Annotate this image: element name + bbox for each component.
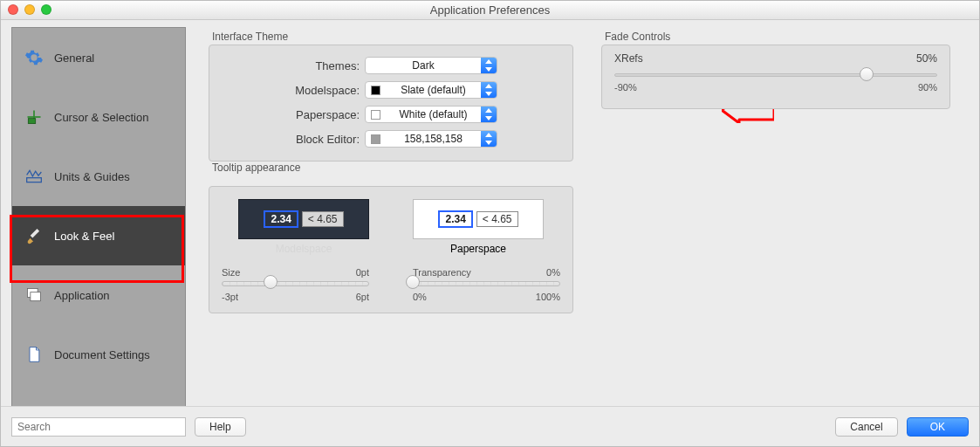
cursor-icon [24, 107, 44, 127]
block-editor-popup[interactable]: 158,158,158 [365, 130, 497, 148]
tooltip-sample-secondary: < 4.65 [302, 211, 344, 227]
sidebar-item-label: Look & Feel [54, 230, 114, 243]
transparency-max: 100% [536, 292, 560, 302]
stepper-icon [481, 58, 497, 73]
tooltip-sample-primary: 2.34 [264, 210, 298, 228]
minimize-window-button[interactable] [24, 4, 35, 15]
sidebar-item-general[interactable]: General [12, 28, 185, 87]
stepper-icon [481, 107, 497, 122]
tooltip-sample-secondary: < 4.65 [476, 211, 518, 227]
sidebar-item-label: General [54, 52, 94, 65]
transparency-value: 0% [546, 267, 560, 278]
traffic-lights [8, 4, 51, 15]
themes-label: Themes: [220, 59, 360, 72]
cancel-button[interactable]: Cancel [835, 417, 897, 437]
modelspace-popup[interactable]: Slate (default) [365, 81, 497, 99]
zoom-window-button[interactable] [41, 4, 51, 15]
tooltip-preview-modelspace[interactable]: 2.34 < 4.65 Modelspace [238, 199, 369, 255]
slider-thumb[interactable] [860, 67, 874, 81]
stepper-icon [481, 82, 497, 98]
fade-controls-label: Fade Controls [605, 31, 950, 43]
ruler-icon [24, 167, 44, 186]
windows-icon [24, 285, 44, 305]
search-input[interactable] [11, 417, 186, 437]
interface-theme-panel: Themes: Dark Modelspace: Slate (default) [209, 45, 573, 162]
block-editor-label: Block Editor: [220, 133, 360, 146]
help-button[interactable]: Help [195, 417, 246, 437]
paintbrush-icon [24, 226, 44, 245]
xrefs-min: -90% [614, 82, 637, 93]
xrefs-slider[interactable] [614, 73, 937, 77]
gear-icon [24, 48, 44, 67]
paperspace-popup[interactable]: White (default) [365, 106, 497, 123]
titlebar: Application Preferences [1, 1, 979, 20]
slider-thumb[interactable] [264, 275, 278, 289]
xrefs-max: 90% [918, 82, 937, 93]
transparency-label: Transparency [413, 267, 471, 278]
tooltip-preview-paperspace[interactable]: 2.34 < 4.65 Paperspace [413, 199, 544, 255]
preferences-window: Application Preferences General Cursor &… [0, 0, 980, 447]
sidebar-item-label: Units & Guides [54, 170, 130, 183]
interface-theme-label: Interface Theme [212, 31, 573, 43]
themes-popup[interactable]: Dark [365, 57, 497, 74]
svg-rect-4 [31, 229, 39, 237]
sidebar-item-label: Document Settings [54, 348, 150, 361]
slider-thumb[interactable] [406, 275, 420, 289]
sidebar-item-units-guides[interactable]: Units & Guides [12, 147, 185, 206]
stepper-icon [481, 131, 497, 147]
sidebar-item-document-settings[interactable]: Document Settings [12, 325, 185, 384]
paperspace-label: Paperspace: [220, 108, 360, 121]
size-value: 0pt [356, 267, 369, 278]
tooltip-transparency-slider[interactable] [413, 281, 560, 286]
close-window-button[interactable] [8, 4, 18, 15]
tooltip-appearance-label: Tooltip appearance [212, 162, 573, 174]
color-swatch [371, 110, 380, 120]
sidebar-item-cursor-selection[interactable]: Cursor & Selection [12, 87, 185, 147]
tooltip-appearance-panel: 2.34 < 4.65 Modelspace 2.34 < 4.65 Paper… [209, 186, 573, 313]
color-swatch [371, 134, 380, 144]
content-area: Interface Theme Themes: Dark Modelspace: [209, 27, 969, 406]
xrefs-value: 50% [916, 52, 937, 65]
fade-controls-panel: XRefs 50% -90% 90% [601, 45, 950, 109]
modelspace-label: Modelspace: [220, 84, 360, 97]
svg-rect-6 [31, 292, 41, 301]
document-icon [24, 345, 44, 364]
sidebar: General Cursor & Selection Units & Guide… [11, 27, 186, 407]
sidebar-item-application[interactable]: Application [12, 265, 185, 325]
xrefs-label: XRefs [614, 52, 643, 65]
svg-rect-3 [27, 178, 42, 182]
sidebar-item-look-feel[interactable]: Look & Feel [12, 206, 185, 265]
color-swatch [371, 86, 380, 95]
tooltip-caption: Modelspace [238, 243, 369, 255]
transparency-min: 0% [413, 292, 427, 302]
sidebar-item-label: Application [54, 289, 110, 302]
tooltip-sample-primary: 2.34 [438, 210, 472, 228]
ok-button[interactable]: OK [907, 417, 969, 437]
tooltip-size-slider[interactable] [222, 281, 369, 286]
sidebar-item-label: Cursor & Selection [54, 111, 148, 124]
size-label: Size [222, 267, 240, 278]
size-min: -3pt [222, 292, 238, 302]
size-max: 6pt [356, 292, 369, 302]
window-title: Application Preferences [1, 1, 979, 20]
footer: Help Cancel OK [1, 406, 979, 446]
tooltip-caption: Paperspace [413, 243, 544, 255]
svg-rect-2 [28, 119, 35, 124]
